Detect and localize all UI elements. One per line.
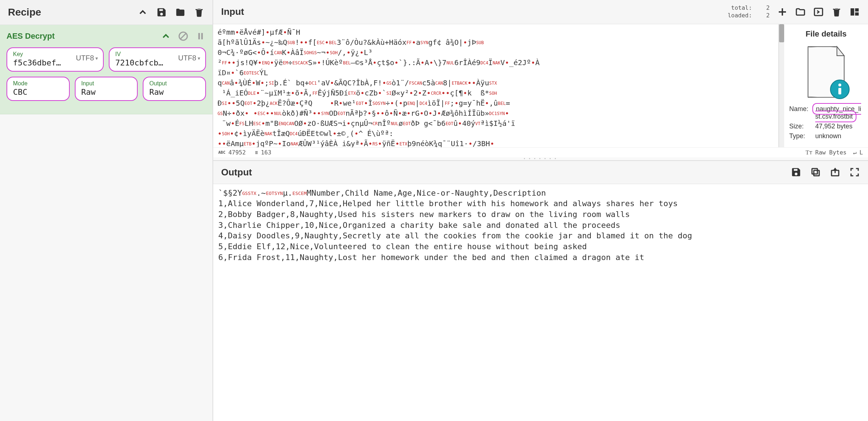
param-value: CBC [13,88,63,97]
chevron-up-icon[interactable] [160,31,171,42]
wrap-toggle[interactable]: ↵ L [853,149,863,156]
output-text-area[interactable]: `$§2YGSSTX.~EOTSYNµ.ESCEMMNumber,Child N… [213,184,868,421]
param-value: Raw [149,88,199,97]
lines-icon: ≡ [255,150,258,155]
char-count: ABC 47952 [218,149,246,156]
svg-rect-2 [198,33,200,39]
char-count-value: 47952 [228,149,246,156]
pause-icon[interactable] [195,31,206,42]
svg-rect-13 [838,88,841,94]
svg-rect-7 [851,8,854,16]
import-icon[interactable] [813,7,824,17]
recipe-header: Recipe [0,0,212,25]
fd-name-value: naughty_nice_list.csv.frostbit [812,103,861,122]
output-header: Output [213,161,868,184]
fd-name-label: Name: [789,105,812,113]
svg-point-12 [838,84,841,86]
svg-rect-15 [812,169,817,174]
input-header-right: total: 2 loaded: 2 [727,4,860,20]
param-row-1: Key f5c36dbef… UTF8 IV 7210cbfcb… UTF8 [7,47,206,72]
line-count: ≡ 163 [255,149,271,156]
save-icon[interactable] [156,7,167,18]
input-body: éºmm•ëÅvé#]•µfÆ•Ñ¯H ã[hºãlÛ1Äs•~¿~‰QSUB!… [213,24,868,147]
param-row-2: Mode CBC Input Raw Output Raw [7,77,206,101]
move-to-input-icon[interactable] [830,167,841,178]
chevron-up-icon[interactable] [137,7,148,18]
layout-icon[interactable] [849,7,860,17]
param-label: Output [149,80,199,87]
encoding-mode-value: Raw Bytes [815,149,847,156]
svg-rect-9 [855,12,859,16]
fd-type-label: Type: [789,132,812,140]
recipe-panel: Recipe AES Decrypt [0,0,213,421]
count-loaded-label: loaded: [727,12,752,20]
operation-header-icons [160,31,206,42]
input-text-area[interactable]: éºmm•ëÅvé#]•µfÆ•Ñ¯H ã[hºãlÛ1Äs•~¿~‰QSUB!… [213,24,779,147]
input-header-icons [777,7,860,17]
param-mode[interactable]: Mode CBC [7,77,70,101]
line-count-value: 163 [261,149,271,156]
file-details-title: File details [805,29,847,39]
input-status-bar: ABC 47952 ≡ 163 Tᴛ Raw Bytes ↵ L [213,147,868,157]
count-loaded-value: 2 [766,12,770,20]
count-total-value: 2 [766,4,770,12]
svg-line-1 [181,34,186,39]
param-label: Input [81,80,132,87]
input-header: Input total: 2 loaded: 2 [213,0,868,24]
count-total-label: total: [727,4,752,12]
scrollbar-thumb[interactable] [779,24,784,42]
fd-type-value: unknown [815,132,863,140]
disable-icon[interactable] [178,31,189,42]
operation-header: AES Decrypt [7,31,206,42]
input-title: Input [221,6,244,17]
param-value: Raw [81,88,132,97]
input-counts: total: 2 loaded: 2 [727,4,770,20]
trash-icon[interactable] [831,7,842,17]
file-details-panel: File details [784,24,868,147]
param-encoding-select[interactable]: UTF8 [178,54,200,62]
trash-icon[interactable] [194,7,205,18]
recipe-title: Recipe [8,7,41,18]
param-label: Mode [13,80,63,87]
svg-rect-3 [201,33,203,39]
fd-size-label: Size: [789,123,812,130]
fullscreen-icon[interactable] [849,167,860,178]
param-output[interactable]: Output Raw [143,77,206,101]
save-icon[interactable] [791,167,802,178]
abc-icon: ABC [218,150,225,155]
svg-rect-8 [855,8,859,12]
folder-open-icon[interactable] [795,7,806,17]
input-panel: Input total: 2 loaded: 2 [213,0,868,161]
output-header-icons [791,167,860,178]
folder-icon[interactable] [175,7,186,18]
param-key[interactable]: Key f5c36dbef… UTF8 [7,47,104,72]
recipe-header-icons [137,7,205,18]
output-title: Output [221,167,252,178]
tt-icon: Tᴛ [805,149,812,156]
param-encoding-select[interactable]: UTF8 [76,54,98,62]
file-icon [801,43,851,101]
param-iv[interactable]: IV 7210cbfcb… UTF8 [109,47,206,72]
output-panel: Output `$§2YGSSTX.~EOTSYNµ.ES [213,161,868,421]
svg-rect-14 [814,170,819,176]
fd-size-value: 47,952 bytes [815,123,863,130]
file-details-table: Name: naughty_nice_list.csv.frostbit Siz… [789,105,863,142]
operation-aes-decrypt: AES Decrypt Key f5c36dbef… [0,25,212,114]
encoding-mode[interactable]: Tᴛ Raw Bytes [805,149,846,156]
input-scrollbar[interactable] [779,24,784,147]
right-column: Input total: 2 loaded: 2 [213,0,868,421]
operation-title: AES Decrypt [7,31,55,41]
copy-icon[interactable] [810,167,821,178]
add-tab-icon[interactable] [777,7,788,17]
param-input[interactable]: Input Raw [75,77,138,101]
wrap-label: L [859,149,863,156]
drag-handle[interactable]: • • • • • • • [213,157,868,160]
return-icon: ↵ [853,149,857,156]
